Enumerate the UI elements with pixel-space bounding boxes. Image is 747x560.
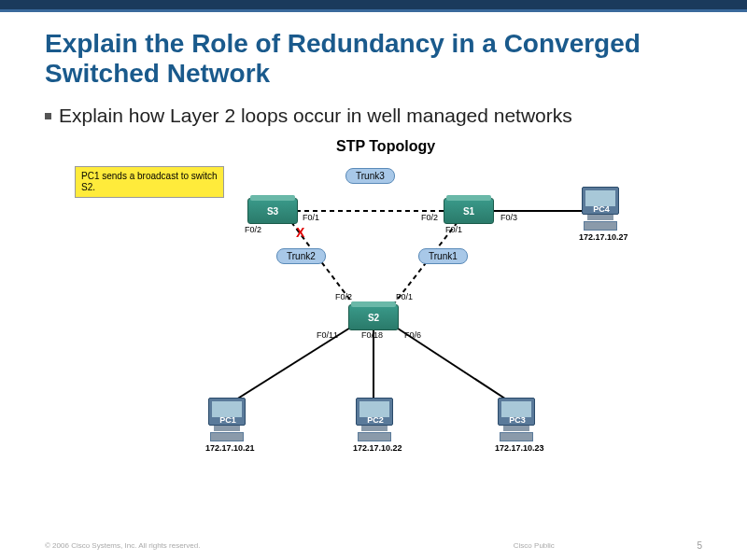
- pc-tower-icon: [500, 432, 533, 441]
- pc-monitor-icon: PC4: [582, 187, 619, 215]
- port-s1-f03: F0/3: [500, 213, 517, 222]
- switch-s2: S2: [348, 304, 399, 330]
- switch-s3-label: S3: [248, 206, 297, 217]
- port-s3-f01: F0/1: [303, 213, 319, 222]
- port-s1-f02: F0/2: [421, 213, 438, 222]
- pc1-ip: 172.17.10.21: [205, 443, 248, 453]
- pc-monitor-icon: PC2: [356, 398, 393, 426]
- header-bar-dark: [0, 0, 747, 9]
- pc-tower-icon: [210, 432, 244, 441]
- trunk3-label: Trunk3: [345, 168, 395, 184]
- pc-base-icon: [587, 215, 613, 220]
- stp-topology-diagram: STP Topology PC1 sends a broadcast to sw…: [75, 138, 672, 483]
- port-s2-f06: F0/6: [404, 330, 421, 340]
- port-s2-f01: F0/1: [396, 292, 413, 301]
- pc2: PC2 172.17.10.22: [353, 398, 396, 453]
- switch-s1: S1: [444, 198, 494, 224]
- port-s2-f011: F0/11: [317, 330, 338, 340]
- pc-tower-icon: [584, 221, 617, 231]
- pc-tower-icon: [358, 432, 391, 441]
- trunk2-label: Trunk2: [276, 248, 326, 264]
- port-s3-f02: F0/2: [245, 225, 261, 234]
- pc3: PC3 172.17.10.23: [495, 398, 538, 453]
- pc-base-icon: [214, 426, 240, 431]
- blocked-link-x-icon: X: [296, 225, 304, 240]
- footer-copyright: © 2006 Cisco Systems, Inc. All rights re…: [45, 541, 371, 550]
- port-s1-f01: F0/1: [445, 225, 462, 234]
- pc-monitor-icon: PC1: [208, 398, 246, 426]
- pc2-name: PC2: [357, 415, 394, 425]
- pc3-ip: 172.17.10.23: [495, 443, 538, 453]
- bullet-item: Explain how Layer 2 loops occur in well …: [45, 104, 702, 128]
- slide-footer: © 2006 Cisco Systems, Inc. All rights re…: [0, 540, 747, 551]
- pc2-ip: 172.17.10.22: [353, 443, 396, 453]
- footer-page-number: 5: [697, 540, 702, 551]
- pc1-name: PC1: [209, 415, 247, 425]
- switch-s1-label: S1: [444, 206, 493, 217]
- pc4-ip: 172.17.10.27: [579, 232, 622, 242]
- port-s2-f018: F0/18: [361, 330, 383, 340]
- port-s2-f02: F0/2: [335, 292, 352, 301]
- pc-base-icon: [503, 426, 529, 431]
- pc3-name: PC3: [499, 415, 536, 425]
- pc4: PC4 172.17.10.27: [579, 187, 622, 242]
- bullet-square-icon: [45, 113, 51, 119]
- trunk1-label: Trunk1: [418, 248, 468, 264]
- footer-label: Cisco Public: [371, 541, 697, 550]
- switch-top-icon: [351, 301, 396, 307]
- pc4-name: PC4: [583, 204, 620, 214]
- switch-s2-label: S2: [349, 313, 398, 323]
- pc-monitor-icon: PC3: [498, 398, 535, 426]
- slide-title: Explain the Role of Redundancy in a Conv…: [45, 29, 702, 89]
- switch-s3: S3: [247, 198, 298, 224]
- bullet-text: Explain how Layer 2 loops occur in well …: [59, 104, 572, 128]
- slide-content: Explain the Role of Redundancy in a Conv…: [0, 12, 747, 483]
- pc-base-icon: [361, 426, 388, 431]
- pc1: PC1 172.17.10.21: [205, 398, 248, 453]
- switch-top-icon: [446, 195, 491, 201]
- switch-top-icon: [250, 195, 295, 201]
